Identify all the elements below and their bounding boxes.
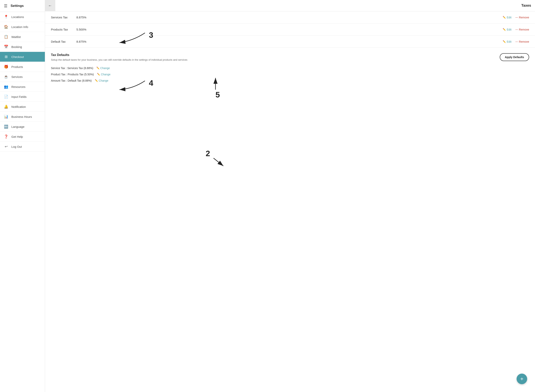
edit-tax-button-0[interactable]: ✏️ Edit [503,16,511,19]
sidebar-label-log-out: Log Out [11,145,22,148]
sidebar-item-language[interactable]: 🔤 Language [0,122,45,132]
tax-value-1: 5.500% [76,28,503,31]
waitlist-icon: 📋 [4,35,8,39]
booking-icon: 📅 [4,45,8,49]
sidebar-label-get-help: Get Help [11,135,23,138]
sidebar-item-products[interactable]: 🎁 Products [0,62,45,72]
remove-tax-button-1[interactable]: — Remove [516,28,529,31]
tax-defaults-text: Tax Defaults Setup the default taxes for… [51,53,187,62]
remove-tax-button-2[interactable]: — Remove [516,40,529,43]
default-tax-row: Service Tax : Services Tax (8.88%) ✏️ Ch… [51,65,529,71]
products-icon: 🎁 [4,65,8,69]
sidebar-label-language: Language [11,125,24,128]
sidebar-label-waitlist: Waitlist [11,35,21,38]
tax-defaults-title: Tax Defaults [51,53,187,57]
tax-row-actions-2: ✏️ Edit — Remove [503,40,529,43]
sidebar-item-location-info[interactable]: 🏠 Location Info [0,22,45,32]
change-icon-0: ✏️ [96,66,99,70]
edit-icon-0: ✏️ [503,16,506,19]
edit-tax-button-1[interactable]: ✏️ Edit [503,28,511,31]
tax-defaults-description: Setup the default taxes for your busines… [51,58,187,62]
sidebar-item-input-fields[interactable]: 📄 Input Fields [0,92,45,102]
sidebar-label-resources: Resources [11,85,25,89]
remove-tax-button-0[interactable]: — Remove [516,16,529,19]
edit-icon-2: ✏️ [503,40,506,43]
default-tax-row: Product Tax : Products Tax (5.50%) ✏️ Ch… [51,71,529,78]
sidebar-item-get-help[interactable]: ❓ Get Help [0,132,45,142]
tax-name-0: Services Tax [51,16,76,19]
svg-text:2: 2 [206,149,210,158]
change-tax-button-2[interactable]: ✏️ Change [95,79,108,82]
topbar: ← Taxes [45,0,535,11]
change-icon-1: ✏️ [97,73,100,76]
tax-name-1: Products Tax [51,28,76,31]
location-info-icon: 🏠 [4,25,8,29]
log-out-icon: ↩ [4,145,8,149]
tax-row: Services Tax 8.875% ✏️ Edit — Remove [45,11,535,23]
sidebar-label-checkout: Checkout [11,55,24,59]
notification-icon: 🔔 [4,104,8,109]
remove-icon-2: — [516,40,518,43]
resources-icon: 👥 [4,84,8,89]
business-hours-icon: 📊 [4,114,8,119]
back-button[interactable]: ← [45,0,55,11]
default-tax-label-1: Product Tax : Products Tax (5.50%) [51,73,94,76]
services-icon: ☕ [4,75,8,79]
tax-defaults-section: Tax Defaults Setup the default taxes for… [45,48,535,89]
sidebar-item-resources[interactable]: 👥 Resources [0,82,45,92]
tax-row: Default Tax 8.875% ✏️ Edit — Remove [45,36,535,48]
tax-row: Products Tax 5.500% ✏️ Edit — Remove [45,23,535,36]
default-tax-label-0: Service Tax : Services Tax (8.88%) [51,66,93,70]
edit-tax-button-2[interactable]: ✏️ Edit [503,40,511,43]
tax-value-0: 8.875% [76,16,503,19]
sidebar-label-products: Products [11,65,23,69]
language-icon: 🔤 [4,125,8,129]
main-area: ← Taxes Services Tax 8.875% ✏️ Edit — Re… [45,0,535,392]
input-fields-icon: 📄 [4,94,8,99]
sidebar: ☰ Settings 📍 Locations 🏠 Location Info 📋… [0,0,45,392]
sidebar-label-input-fields: Input Fields [11,95,27,98]
change-tax-button-0[interactable]: ✏️ Change [96,66,110,70]
sidebar-item-locations[interactable]: 📍 Locations [0,12,45,22]
tax-value-2: 8.875% [76,40,503,43]
remove-icon-0: — [516,16,518,19]
sidebar-label-notification: Notification [11,105,26,108]
locations-icon: 📍 [4,15,8,19]
sidebar-label-booking: Booking [11,45,22,49]
apply-defaults-button[interactable]: Apply Defaults [500,53,529,61]
sidebar-label-locations: Locations [11,15,24,19]
change-icon-2: ✏️ [95,79,98,82]
default-tax-row: Amount Tax : Default Tax (8.88%) ✏️ Chan… [51,78,529,84]
get-help-icon: ❓ [4,135,8,139]
tax-row-actions-0: ✏️ Edit — Remove [503,16,529,19]
content-area: Services Tax 8.875% ✏️ Edit — Remove Pro… [45,11,535,392]
sidebar-title: Settings [11,4,24,8]
svg-text:5: 5 [215,90,220,99]
hamburger-icon[interactable]: ☰ [4,4,7,8]
tax-name-2: Default Tax [51,40,76,43]
page-title: Taxes [59,4,531,8]
sidebar-item-waitlist[interactable]: 📋 Waitlist [0,32,45,42]
remove-icon-1: — [516,28,518,31]
edit-icon-1: ✏️ [503,28,506,31]
default-tax-label-2: Amount Tax : Default Tax (8.88%) [51,79,92,82]
sidebar-header: ☰ Settings [0,0,45,12]
tax-row-actions-1: ✏️ Edit — Remove [503,28,529,31]
tax-defaults-header: Tax Defaults Setup the default taxes for… [51,53,529,62]
sidebar-item-log-out[interactable]: ↩ Log Out [0,142,45,152]
sidebar-item-business-hours[interactable]: 📊 Business Hours [0,112,45,122]
add-tax-fab[interactable]: + [516,373,527,384]
svg-line-5 [213,158,223,166]
change-tax-button-1[interactable]: ✏️ Change [97,73,110,76]
sidebar-item-booking[interactable]: 📅 Booking [0,42,45,52]
sidebar-item-services[interactable]: ☕ Services [0,72,45,82]
checkout-icon: ⊞ [4,55,8,59]
sidebar-label-location-info: Location Info [11,25,28,28]
sidebar-label-services: Services [11,75,23,79]
sidebar-item-notification[interactable]: 🔔 Notification [0,102,45,112]
sidebar-label-business-hours: Business Hours [11,115,32,118]
sidebar-item-checkout[interactable]: ⊞ Checkout [0,52,45,62]
